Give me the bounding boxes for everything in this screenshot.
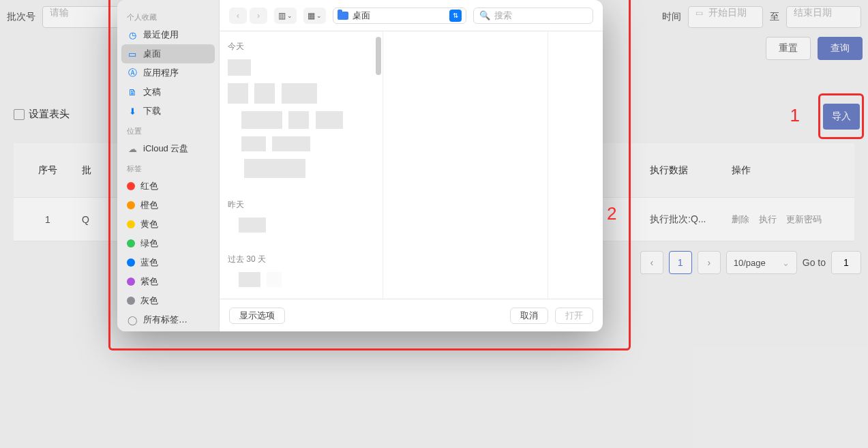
annotation-box-1 xyxy=(818,93,864,139)
annotation-number-2: 2 xyxy=(607,203,616,224)
annotation-number-1: 1 xyxy=(790,105,800,126)
annotation-box-2 xyxy=(108,0,631,350)
